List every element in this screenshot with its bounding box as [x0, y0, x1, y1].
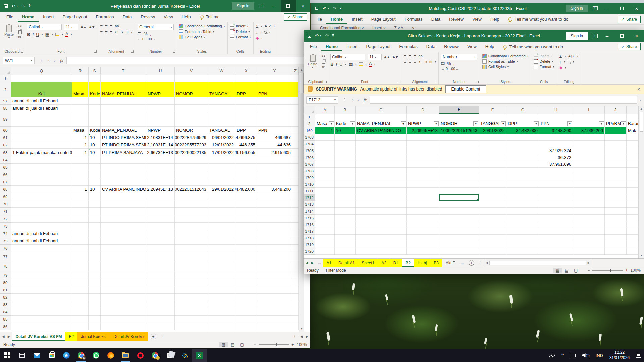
cell-Y72[interactable]	[257, 215, 292, 223]
cell-C1713[interactable]	[356, 201, 407, 208]
cell-A1720[interactable]	[315, 248, 335, 255]
cell-C1704[interactable]	[356, 141, 407, 147]
cell-W69[interactable]	[208, 193, 235, 200]
cell-H1711[interactable]	[539, 188, 573, 194]
cell-F1710[interactable]	[479, 181, 506, 188]
cell-B1[interactable]	[335, 114, 356, 120]
cell-D1704[interactable]	[407, 141, 439, 147]
cell-H1713[interactable]	[539, 201, 573, 208]
cell-Q76[interactable]	[11, 245, 72, 252]
column-header-B[interactable]: B	[335, 106, 356, 114]
taskbar-icon-task-view[interactable]	[15, 349, 30, 362]
cell-Z73[interactable]	[292, 223, 299, 230]
styles-button-1[interactable]: Format as Table▾	[179, 29, 225, 34]
titlebar-right[interactable]: ↶▾ ↷ ▾ Citra Sukses - Kertas Kerja - Lap…	[304, 30, 644, 42]
row-header-82[interactable]: 82	[0, 294, 11, 301]
minimize-button[interactable]: –	[600, 30, 614, 42]
cell-W77[interactable]	[208, 252, 235, 261]
cell-U66[interactable]	[146, 171, 175, 178]
cell-X84[interactable]	[235, 308, 257, 316]
cell-A1714[interactable]	[315, 208, 335, 215]
cell-S66[interactable]	[89, 171, 101, 178]
cell-A1718[interactable]	[315, 235, 335, 241]
cell-F1[interactable]	[479, 114, 506, 120]
cell-Z2[interactable]	[292, 82, 299, 97]
cell-I1706[interactable]	[573, 154, 605, 161]
cell-Q79[interactable]	[11, 272, 72, 279]
cell-Z62[interactable]	[292, 141, 299, 149]
cut-icon[interactable]: ✂	[18, 24, 22, 28]
cell-G1707[interactable]	[506, 161, 539, 168]
cell-U57[interactable]	[146, 97, 175, 105]
cell-Z74[interactable]	[292, 230, 299, 237]
column-header-I[interactable]: I	[573, 106, 605, 114]
wrap-text-icon[interactable]: ab	[115, 24, 119, 28]
cell-Y1[interactable]	[257, 75, 292, 82]
cell-Y79[interactable]	[257, 272, 292, 279]
cell-V61[interactable]: 100022284756529	[175, 134, 208, 141]
cell-V79[interactable]	[175, 272, 208, 279]
cell-F1713[interactable]	[479, 201, 506, 208]
cell-D1703[interactable]	[407, 134, 439, 141]
cell-T71[interactable]	[101, 208, 146, 215]
cell-K1720[interactable]	[627, 248, 638, 255]
cell-Z72[interactable]	[292, 215, 299, 223]
cell-V80[interactable]	[175, 279, 208, 286]
cell-D1716[interactable]	[407, 221, 439, 228]
enter-icon[interactable]: ✓	[357, 98, 360, 102]
cell-G1715[interactable]	[506, 215, 539, 221]
excel-window-citra-sukses[interactable]: ↶▾ ↷ ▾ Citra Sukses - Kertas Kerja - Lap…	[304, 30, 644, 274]
cell-T1[interactable]	[101, 75, 146, 82]
row-header-1707[interactable]: 1707	[304, 161, 315, 168]
font-color-icon[interactable]: A	[369, 61, 372, 67]
cell-Q82[interactable]	[11, 294, 72, 301]
cell-R71[interactable]	[72, 208, 89, 215]
cell-U77[interactable]	[146, 252, 175, 261]
cell-Y63[interactable]: 2.915.605	[257, 149, 292, 156]
cell-S78[interactable]	[89, 261, 101, 272]
ribbon-tab-formulas[interactable]: Formulas	[395, 42, 422, 51]
cell-J1716[interactable]	[605, 221, 627, 228]
cell-B1703[interactable]	[335, 134, 356, 141]
cell-Z1[interactable]	[292, 75, 299, 82]
row-header-59[interactable]: 59	[0, 112, 11, 127]
row-header-1719[interactable]: 1719	[304, 241, 315, 248]
cell-W76[interactable]	[208, 245, 235, 252]
cell-J1706[interactable]	[605, 154, 627, 161]
underline-icon[interactable]: U	[339, 62, 342, 66]
cell-R74[interactable]	[72, 230, 89, 237]
cell-C1720[interactable]	[356, 248, 407, 255]
cell-U63[interactable]: 2,66734E+13	[146, 149, 175, 156]
cell-H1720[interactable]	[539, 248, 573, 255]
cell-D1720[interactable]	[407, 248, 439, 255]
cell-D1711[interactable]	[407, 188, 439, 194]
cell-H1712[interactable]	[539, 194, 573, 201]
sign-in-button[interactable]: Sign in	[566, 32, 588, 40]
sheet-tab-b1[interactable]: B1	[390, 259, 402, 267]
cell-X73[interactable]	[235, 223, 257, 230]
cell-W64[interactable]	[208, 156, 235, 164]
undo-icon[interactable]: ↶	[323, 6, 326, 11]
cell-J1707[interactable]	[605, 161, 627, 168]
cell-T84[interactable]	[101, 308, 146, 316]
cell-H2[interactable]: PPN▾	[539, 120, 573, 127]
cell-F1706[interactable]	[479, 154, 506, 161]
cell-C1716[interactable]	[356, 221, 407, 228]
taskbar-icon-settings-gears[interactable]	[177, 349, 192, 362]
column-header-V[interactable]: V	[175, 67, 208, 75]
row-header-1715[interactable]: 1715	[304, 215, 315, 221]
cell-W63[interactable]: 17/01/2022	[208, 149, 235, 156]
quick-access-toolbar[interactable]: ↶▾ ↷ ▾	[4, 4, 30, 8]
row-header-77[interactable]: 77	[0, 252, 11, 261]
cell-I1715[interactable]	[573, 215, 605, 221]
clock[interactable]: 12.22 31/01/2026	[606, 349, 633, 362]
halign-icon-2[interactable]: ≡	[110, 30, 113, 34]
cell-X77[interactable]	[235, 252, 257, 261]
paste-button[interactable]: Paste▾	[2, 24, 16, 39]
row-header-85[interactable]: 85	[0, 316, 11, 323]
cell-G1703[interactable]	[506, 134, 539, 141]
cell-R65[interactable]	[72, 164, 89, 171]
ribbon-display-options-icon[interactable]	[593, 6, 598, 10]
cell-Q61[interactable]	[11, 134, 72, 141]
sheet-area-right[interactable]: ABCDEFGHIJ12Masa▾Kode▾NAMA_PENJUAL▼NPWP▾…	[304, 106, 644, 258]
